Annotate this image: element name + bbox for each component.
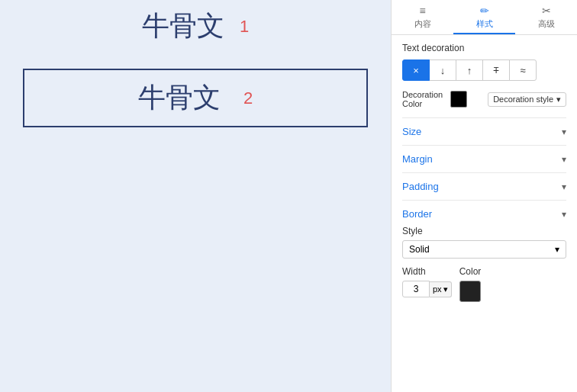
- width-color-row: Width px ▾ Color: [402, 266, 566, 302]
- unit-chevron: ▾: [443, 284, 448, 294]
- deco-btn-none[interactable]: ×: [402, 59, 430, 81]
- size-label: Size: [402, 126, 421, 137]
- deco-btn-wavy[interactable]: ≈: [509, 59, 537, 81]
- margin-header[interactable]: Margin ▾: [402, 152, 566, 166]
- style-field-label: Style: [402, 226, 566, 236]
- border-content: Style Solid ▾ Width px ▾: [402, 221, 566, 305]
- size-header[interactable]: Size ▾: [402, 124, 566, 139]
- padding-header[interactable]: Padding ▾: [402, 179, 566, 194]
- deco-color-row: DecorationColor Decoration style ▾: [402, 90, 566, 108]
- padding-chevron: ▾: [562, 182, 566, 192]
- width-input-row: px ▾: [402, 281, 452, 297]
- text-item-2[interactable]: 牛骨文 2: [23, 69, 368, 127]
- text-decoration-section: Text decoration × ↓ ↑ T ≈ DecorationColo…: [402, 43, 566, 108]
- padding-section: Padding ▾: [402, 172, 566, 200]
- canvas-text-1[interactable]: 牛骨文: [142, 8, 224, 45]
- tab-style-label: 样式: [476, 18, 493, 30]
- tab-advanced-label: 高级: [538, 18, 555, 30]
- border-section: Border ▾ Style Solid ▾ Width px: [402, 200, 566, 311]
- tab-style[interactable]: ✏ 样式: [453, 0, 515, 34]
- padding-label: Padding: [402, 181, 439, 192]
- advanced-icon: ✂: [542, 5, 551, 17]
- border-chevron: ▾: [562, 209, 566, 220]
- margin-section: Margin ▾: [402, 145, 566, 172]
- border-color-swatch[interactable]: [459, 281, 481, 302]
- canvas-label-1: 1: [240, 17, 249, 37]
- width-input[interactable]: [402, 281, 430, 297]
- deco-style-label: Decoration style: [493, 95, 553, 104]
- unit-value: px: [433, 284, 442, 294]
- deco-style-select[interactable]: Decoration style ▾: [488, 92, 566, 107]
- canvas-label-2: 2: [243, 88, 253, 108]
- border-label: Border: [402, 208, 432, 220]
- width-group: Width px ▾: [402, 266, 452, 297]
- panel-content: Text decoration × ↓ ↑ T ≈ DecorationColo…: [392, 35, 577, 392]
- border-style-dropdown-icon: ▾: [555, 244, 559, 255]
- size-section: Size ▾: [402, 117, 566, 145]
- size-chevron: ▾: [562, 127, 566, 137]
- color-group: Color: [459, 266, 482, 302]
- tab-bar: ≡ 内容 ✏ 样式 ✂ 高级: [392, 0, 577, 35]
- color-field-label: Color: [459, 266, 482, 277]
- decoration-buttons: × ↓ ↑ T ≈: [402, 59, 566, 81]
- width-field-label: Width: [402, 266, 452, 277]
- text-decoration-title: Text decoration: [402, 43, 566, 53]
- tab-content[interactable]: ≡ 内容: [392, 0, 453, 34]
- text-item-1: 牛骨文 1: [0, 8, 391, 45]
- content-icon: ≡: [419, 5, 425, 17]
- margin-label: Margin: [402, 153, 433, 165]
- deco-btn-overline[interactable]: ↑: [456, 59, 483, 81]
- canvas-area: 牛骨文 1 牛骨文 2: [0, 0, 391, 392]
- tab-content-label: 内容: [414, 18, 431, 30]
- border-style-value: Solid: [409, 244, 430, 255]
- deco-btn-linethrough[interactable]: T: [482, 59, 510, 81]
- deco-color-swatch[interactable]: [450, 91, 467, 108]
- border-header[interactable]: Border ▾: [402, 207, 566, 221]
- deco-color-label: DecorationColor: [402, 90, 443, 108]
- deco-style-chevron: ▾: [556, 95, 561, 104]
- canvas-text-2: 牛骨文: [138, 79, 221, 117]
- margin-chevron: ▾: [562, 154, 566, 165]
- unit-select[interactable]: px ▾: [430, 281, 452, 297]
- deco-btn-underline[interactable]: ↓: [429, 59, 456, 81]
- tab-advanced[interactable]: ✂ 高级: [515, 0, 577, 34]
- border-style-select[interactable]: Solid ▾: [402, 240, 566, 259]
- right-panel: ≡ 内容 ✏ 样式 ✂ 高级 Text decoration × ↓ ↑ T ≈…: [391, 0, 577, 392]
- style-icon: ✏: [480, 5, 489, 17]
